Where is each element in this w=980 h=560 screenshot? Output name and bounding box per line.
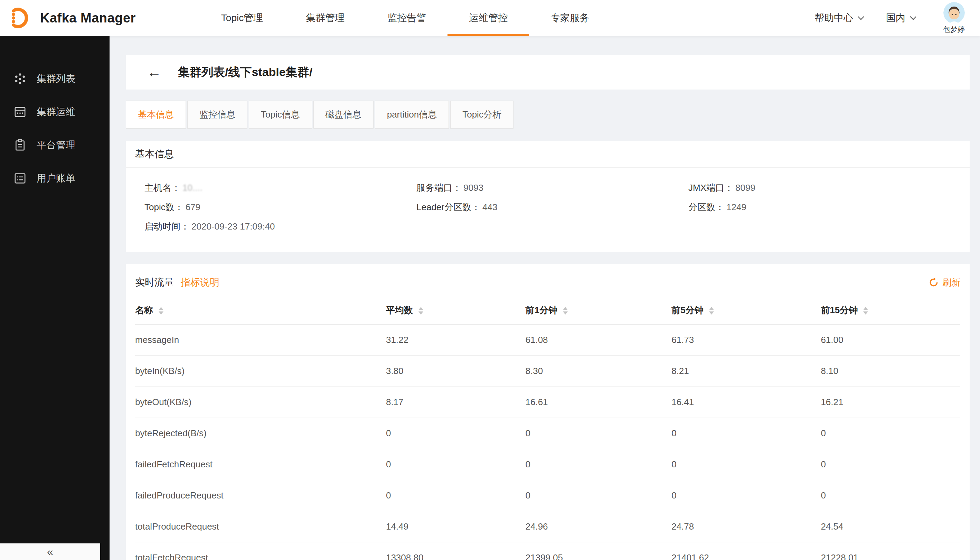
info-field: 服务端口：9093 [416, 182, 688, 194]
field-label: 启动时间： [145, 221, 190, 232]
table-row: totalFetchRequest13308.8021399.0521401.6… [135, 542, 960, 560]
metric-name: messageIn [135, 324, 386, 355]
field-label: Leader分区数： [416, 202, 480, 212]
table-row: byteIn(KB/s)3.808.308.218.10 [135, 355, 960, 387]
metric-value: 0 [526, 480, 672, 511]
top-nav: Topic管理集群管理监控告警运维管控专家服务 [200, 0, 611, 36]
sidebar-item-3[interactable]: 平台管理 [0, 128, 110, 162]
metric-value: 21401.62 [671, 542, 821, 560]
sort-control[interactable] [563, 307, 568, 315]
metric-value: 0 [386, 480, 526, 511]
field-value: 8099 [735, 183, 755, 193]
tab-3[interactable]: Topic信息 [249, 101, 312, 128]
field-value: 1249 [726, 202, 746, 212]
metric-value: 61.08 [526, 324, 672, 355]
user-profile[interactable]: 包梦婷 [943, 2, 965, 34]
table-row: byteOut(KB/s)8.1716.6116.4116.21 [135, 387, 960, 418]
top-nav-item-5[interactable]: 专家服务 [529, 0, 611, 36]
metric-value: 16.61 [526, 387, 672, 418]
realtime-traffic-header: 实时流量 指标说明 刷新 [126, 264, 970, 297]
field-spacer [416, 220, 688, 233]
top-nav-item-3[interactable]: 监控告警 [366, 0, 448, 36]
metric-value: 0 [671, 449, 821, 480]
table-row: messageIn31.2261.0861.7361.00 [135, 324, 960, 355]
tab-5[interactable]: partition信息 [375, 101, 449, 128]
metric-value: 0 [671, 480, 821, 511]
table-row: totalProduceRequest14.4924.9624.7824.54 [135, 511, 960, 542]
field-value: 9093 [463, 183, 483, 193]
back-button[interactable]: ← [147, 65, 161, 80]
region-selector[interactable]: 国内 [886, 12, 915, 25]
basic-info-fields: 主机名：10....服务端口：9093JMX端口：8099Topic数：679L… [126, 168, 970, 252]
main-content: ← 集群列表/线下stable集群/ 基本信息监控信息Topic信息磁盘信息pa… [110, 36, 980, 560]
page-title: 集群列表/线下stable集群/ [178, 64, 313, 80]
info-field: 主机名：10.... [145, 182, 416, 194]
sidebar-item-1[interactable]: 集群列表 [0, 62, 110, 95]
sidebar-item-label: 集群列表 [37, 72, 75, 85]
sidebar-item-label: 用户账单 [37, 172, 75, 185]
app-title: Kafka Manager [40, 11, 136, 26]
metric-name: failedFetchRequest [135, 449, 386, 480]
header-right: 帮助中心 国内 包梦婷 [814, 2, 980, 34]
info-field: Leader分区数：443 [416, 201, 688, 213]
avatar [943, 2, 965, 23]
metric-value: 0 [386, 449, 526, 480]
metric-value: 14.49 [386, 511, 526, 542]
column-label: 前1分钟 [526, 305, 557, 315]
info-field: Topic数：679 [145, 201, 416, 213]
top-nav-item-4[interactable]: 运维管控 [448, 0, 529, 36]
sidebar-item-4[interactable]: 用户账单 [0, 162, 110, 195]
cluster-list-icon [13, 72, 27, 86]
username: 包梦婷 [943, 25, 965, 34]
field-label: 服务端口： [416, 183, 461, 193]
refresh-button[interactable]: 刷新 [928, 277, 960, 288]
tab-6[interactable]: Topic分析 [450, 101, 514, 128]
metric-value: 61.00 [821, 324, 960, 355]
table-row: failedProduceRequest0000 [135, 480, 960, 511]
sidebar-item-2[interactable]: 集群运维 [0, 95, 110, 128]
sidebar-collapse-button[interactable]: « [0, 543, 100, 560]
sort-control[interactable] [863, 307, 868, 315]
field-label: 主机名： [145, 183, 180, 193]
sidebar: 集群列表集群运维平台管理用户账单 « [0, 36, 110, 560]
metric-value: 24.54 [821, 511, 960, 542]
table-header-row: 名称平均数前1分钟前5分钟前15分钟 [135, 297, 960, 324]
cluster-ops-icon [13, 105, 27, 119]
metric-value: 3.80 [386, 355, 526, 387]
sort-control[interactable] [709, 307, 714, 315]
metric-value: 8.21 [671, 355, 821, 387]
metric-value: 24.96 [526, 511, 672, 542]
sort-control[interactable] [418, 307, 423, 315]
field-spacer [688, 220, 960, 233]
tab-4[interactable]: 磁盘信息 [313, 101, 374, 128]
metrics-help-link[interactable]: 指标说明 [181, 276, 220, 289]
sort-control[interactable] [159, 307, 163, 315]
column-header-5: 前15分钟 [821, 297, 960, 324]
help-center-menu[interactable]: 帮助中心 [814, 12, 863, 25]
top-nav-item-1[interactable]: Topic管理 [200, 0, 285, 36]
table-row: byteRejected(B/s)0000 [135, 418, 960, 449]
sidebar-item-label: 平台管理 [37, 138, 75, 152]
region-label: 国内 [886, 12, 905, 25]
field-value: 2020-09-23 17:09:40 [191, 221, 275, 232]
sidebar-nav: 集群列表集群运维平台管理用户账单 [0, 36, 110, 195]
field-label: JMX端口： [688, 183, 733, 193]
user-bill-icon [13, 172, 27, 185]
info-field: 启动时间：2020-09-23 17:09:40 [145, 220, 416, 233]
chevron-down-icon [910, 13, 916, 20]
refresh-icon [928, 277, 939, 288]
metric-name: byteIn(KB/s) [135, 355, 386, 387]
app-logo-icon [7, 6, 31, 30]
metric-value: 16.21 [821, 387, 960, 418]
metric-value: 0 [821, 418, 960, 449]
realtime-traffic-card: 实时流量 指标说明 刷新 名称平均数前1分钟前5分钟前15分钟 messageI… [126, 264, 970, 560]
metric-value: 0 [526, 418, 672, 449]
basic-info-title: 基本信息 [126, 141, 970, 168]
top-nav-item-2[interactable]: 集群管理 [285, 0, 366, 36]
column-label: 名称 [135, 305, 153, 315]
tab-1[interactable]: 基本信息 [126, 101, 186, 128]
metric-value: 0 [671, 418, 821, 449]
collapse-icon: « [47, 546, 53, 557]
metric-name: failedProduceRequest [135, 480, 386, 511]
tab-2[interactable]: 监控信息 [187, 101, 248, 128]
